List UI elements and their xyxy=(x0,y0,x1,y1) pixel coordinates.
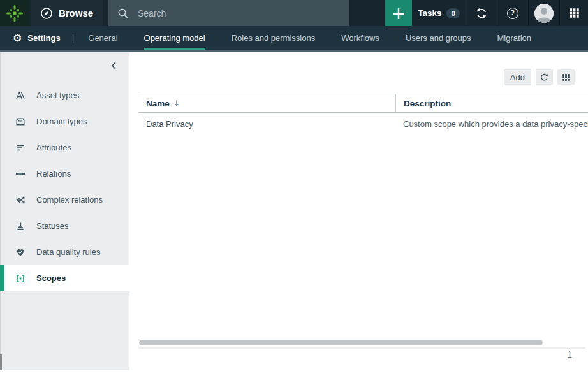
domain-types-icon xyxy=(15,117,26,127)
sidebar-item-label: Data quality rules xyxy=(36,247,100,257)
sidebar-list: Asset types Domain types Attributes Rela… xyxy=(0,82,129,291)
sidebar-item-data-quality-rules[interactable]: Data quality rules xyxy=(0,239,129,265)
tab-workflows[interactable]: Workflows xyxy=(341,26,379,50)
tab-migration[interactable]: Migration xyxy=(497,26,531,50)
refresh-icon xyxy=(540,73,549,82)
help-glyph: ? xyxy=(511,9,515,17)
brand-logo-icon xyxy=(5,4,24,23)
pagination-page-1[interactable]: 1 xyxy=(567,349,572,359)
sidebar-item-label: Domain types xyxy=(36,117,87,126)
horizontal-scrollbar-thumb[interactable] xyxy=(139,340,543,345)
complex-relations-icon xyxy=(15,195,26,205)
scopes-table: Name ↓ Description Data Privacy Custom s… xyxy=(138,94,588,134)
name-column-label: Name xyxy=(146,99,170,108)
apps-menu-button[interactable] xyxy=(560,0,588,26)
nav-tabs: GeneralOperating modelRoles and permissi… xyxy=(88,26,531,50)
tasks-label: Tasks xyxy=(418,8,441,18)
sidebar-item-label: Scopes xyxy=(36,273,66,283)
asset-types-icon xyxy=(15,90,26,101)
description-column-label: Description xyxy=(404,99,451,108)
sidebar-item-label: Attributes xyxy=(36,143,71,152)
plus-icon: + xyxy=(392,5,406,22)
browse-label: Browse xyxy=(59,8,93,18)
sidebar-item-relations[interactable]: Relations xyxy=(0,161,129,187)
sidebar-item-domain-types[interactable]: Domain types xyxy=(0,108,129,134)
collapse-sidebar-button[interactable] xyxy=(107,59,120,72)
table-row[interactable]: Data Privacy Custom scope which provides… xyxy=(138,113,588,134)
sidebar-item-label: Asset types xyxy=(36,90,79,100)
attributes-icon xyxy=(15,143,26,153)
tab-general[interactable]: General xyxy=(88,26,117,50)
tab-roles-and-permissions[interactable]: Roles and permissions xyxy=(232,26,316,50)
sidebar-item-attributes[interactable]: Attributes xyxy=(0,134,129,161)
sidebar-item-label: Complex relations xyxy=(36,195,103,205)
settings-heading[interactable]: ⚙ Settings xyxy=(13,26,61,50)
settings-sidebar: Asset types Domain types Attributes Rela… xyxy=(0,52,129,373)
settings-nav-bar: ⚙ Settings | GeneralOperating modelRoles… xyxy=(0,26,588,52)
table-toolbar: Add xyxy=(504,69,575,85)
sidebar-item-label: Statuses xyxy=(36,221,69,231)
nav-divider: | xyxy=(72,26,75,50)
sidebar-item-statuses[interactable]: Statuses xyxy=(0,213,129,239)
sidebar-item-asset-types[interactable]: Asset types xyxy=(0,82,129,108)
refresh-button[interactable] xyxy=(536,69,553,85)
main-panel: Add xyxy=(129,52,588,373)
tab-operating-model[interactable]: Operating model xyxy=(144,26,205,50)
help-button[interactable]: ? xyxy=(497,0,528,26)
table-header: Name ↓ Description xyxy=(138,94,588,113)
column-header-name[interactable]: Name ↓ xyxy=(138,94,395,112)
compass-icon xyxy=(40,7,53,20)
table-body: Data Privacy Custom scope which provides… xyxy=(138,113,588,134)
sidebar-item-scopes[interactable]: Scopes xyxy=(0,265,129,291)
horizontal-scrollbar-track xyxy=(138,347,585,349)
scopes-icon xyxy=(15,273,26,284)
sidebar-item-label: Relations xyxy=(36,169,71,178)
global-search[interactable] xyxy=(108,0,349,26)
grid-view-icon xyxy=(562,73,570,82)
create-button[interactable]: + xyxy=(385,0,412,26)
cell-description: Custom scope which provides a data priva… xyxy=(395,113,588,134)
statuses-icon xyxy=(15,221,26,231)
add-button[interactable]: Add xyxy=(504,69,531,85)
gear-icon: ⚙ xyxy=(13,33,22,43)
grid-view-button[interactable] xyxy=(557,69,575,85)
avatar xyxy=(534,4,554,23)
top-bar: Browse + Tasks 0 ? xyxy=(0,0,588,26)
search-icon xyxy=(117,8,129,19)
relations-icon xyxy=(15,169,26,179)
browse-button[interactable]: Browse xyxy=(31,0,103,26)
apps-grid-icon xyxy=(569,8,580,18)
tasks-count-badge: 0 xyxy=(446,8,459,18)
tab-users-and-groups[interactable]: Users and groups xyxy=(406,26,471,50)
sidebar-scrollbar-thumb[interactable] xyxy=(0,354,2,370)
topbar-spacer xyxy=(349,0,385,26)
sort-desc-icon: ↓ xyxy=(173,99,180,108)
chevron-left-icon xyxy=(111,61,117,70)
column-header-description[interactable]: Description xyxy=(395,94,588,112)
user-menu-button[interactable] xyxy=(529,0,559,26)
app-logo[interactable] xyxy=(0,0,29,26)
help-icon: ? xyxy=(507,8,518,19)
data-quality-rules-icon xyxy=(15,247,26,257)
sync-icon xyxy=(475,7,488,20)
sync-activities-button[interactable] xyxy=(466,0,497,26)
sidebar-item-complex-relations[interactable]: Complex relations xyxy=(0,187,129,213)
tasks-button[interactable]: Tasks 0 xyxy=(412,0,466,26)
cell-name[interactable]: Data Privacy xyxy=(138,113,395,134)
search-input[interactable] xyxy=(138,8,341,18)
content-area: Asset types Domain types Attributes Rela… xyxy=(0,52,588,373)
settings-label: Settings xyxy=(27,33,60,43)
